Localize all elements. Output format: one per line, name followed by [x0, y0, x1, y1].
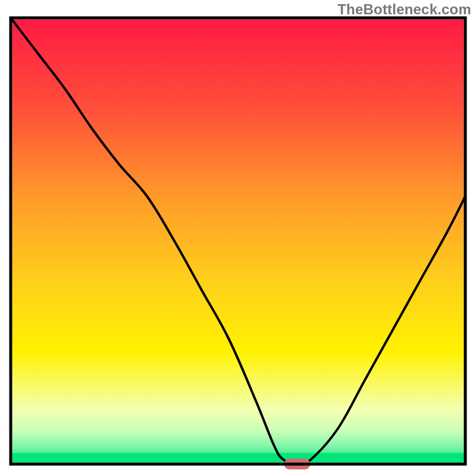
chart-background [12, 20, 464, 463]
chart-baseline [12, 453, 464, 463]
chart-stage: TheBottleneck.com [0, 0, 476, 476]
watermark-text: TheBottleneck.com [337, 1, 471, 18]
bottleneck-chart [0, 0, 476, 476]
